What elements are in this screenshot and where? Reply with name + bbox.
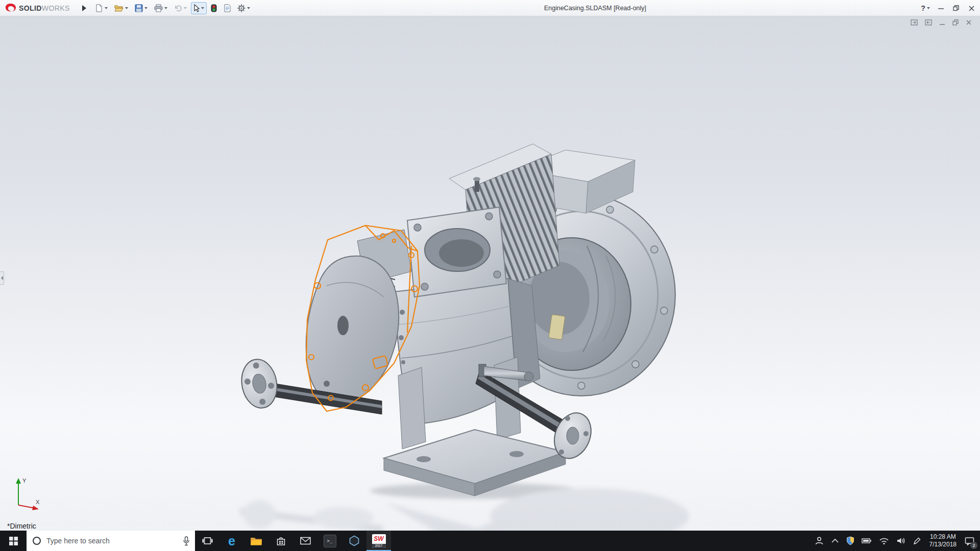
graphics-area[interactable]: Y X *Dimetric <box>0 16 980 531</box>
menu-flyout-arrow[interactable] <box>82 5 86 11</box>
solidworks-swirl-icon <box>4 3 17 14</box>
options-button[interactable] <box>235 2 253 14</box>
dropdown-caret-icon[interactable] <box>201 7 204 9</box>
action-center-button[interactable]: 2 <box>961 531 978 551</box>
hidden-icons-button[interactable] <box>827 531 843 551</box>
doc-minimize-button[interactable] <box>939 19 945 26</box>
speaker-icon <box>896 537 905 545</box>
new-window-button[interactable] <box>911 19 918 26</box>
file-properties-button[interactable] <box>221 2 233 14</box>
rebuild-traffic-light-icon <box>211 4 217 12</box>
window-controls: ? <box>918 0 979 16</box>
task-view-button[interactable] <box>195 531 219 551</box>
pen-icon <box>913 537 921 545</box>
doc-close-button[interactable] <box>966 19 972 26</box>
taskbar-item-solidworks[interactable]: SW 2017 <box>366 531 391 551</box>
solidworks-logo: SOLIDWORKS <box>0 3 73 14</box>
brand-solid: SOLID <box>19 4 42 12</box>
solidworks-letters: SW <box>372 534 386 544</box>
new-document-icon <box>95 4 103 12</box>
clock-time: 10:28 AM <box>929 533 957 541</box>
battery-icon <box>862 537 872 545</box>
select-button[interactable] <box>191 2 207 14</box>
taskbar-item-hexagon-app[interactable] <box>342 531 366 551</box>
close-icon <box>969 6 974 11</box>
network-button[interactable] <box>875 531 893 551</box>
feature-manager-collapse-handle[interactable] <box>0 271 4 285</box>
close-button[interactable] <box>964 1 979 16</box>
solidworks-year: 2017 <box>372 544 386 548</box>
print-button[interactable] <box>152 2 170 14</box>
taskbar-item-mail[interactable] <box>293 531 317 551</box>
pen-button[interactable] <box>909 531 925 551</box>
brand-works: WORKS <box>42 4 70 12</box>
taskbar-clock[interactable]: 10:28 AM 7/13/2018 <box>925 533 961 548</box>
dropdown-caret-icon[interactable] <box>247 7 250 9</box>
store-icon <box>276 536 286 546</box>
edge-icon: e <box>228 535 235 547</box>
dropdown-caret-icon[interactable] <box>164 7 167 9</box>
cortana-icon <box>32 536 42 546</box>
doc-minimize-icon <box>939 19 945 26</box>
new-document-button[interactable] <box>92 2 110 14</box>
help-button[interactable]: ? <box>918 1 933 16</box>
help-glyph: ? <box>921 4 925 12</box>
battery-button[interactable] <box>858 531 875 551</box>
solidworks-app-icon: SW 2017 <box>372 534 386 548</box>
engine-casing-model <box>0 16 980 531</box>
taskbar-item-store[interactable] <box>268 531 293 551</box>
file-properties-icon <box>224 4 231 12</box>
search-input[interactable] <box>46 537 178 545</box>
quick-access-toolbar <box>92 2 253 14</box>
cascade-window-button[interactable] <box>925 19 932 26</box>
select-cursor-icon <box>193 4 200 12</box>
save-button[interactable] <box>132 2 150 14</box>
defender-button[interactable] <box>843 531 858 551</box>
undo-button[interactable] <box>172 2 189 14</box>
taskbar-item-edge[interactable]: e <box>219 531 244 551</box>
people-icon <box>815 536 824 545</box>
taskbar-app-icons: e >_ SW 2017 <box>195 531 391 551</box>
view-orientation-label: *Dimetric <box>7 522 36 530</box>
windows-taskbar: e >_ SW 2017 <box>0 531 980 551</box>
title-bar: SOLIDWORKS <box>0 0 980 16</box>
open-document-button[interactable] <box>112 2 131 14</box>
brand-text: SOLIDWORKS <box>19 4 70 12</box>
maximize-button[interactable] <box>948 1 964 16</box>
minimize-button[interactable] <box>933 1 948 16</box>
timing-cover <box>306 230 411 404</box>
file-explorer-icon <box>250 536 262 546</box>
dropdown-caret-icon[interactable] <box>105 7 108 9</box>
clock-date: 7/13/2018 <box>929 541 957 548</box>
doc-close-icon <box>966 19 972 26</box>
wifi-icon <box>879 537 889 545</box>
dropdown-caret-icon[interactable] <box>184 7 187 9</box>
doc-restore-button[interactable] <box>952 19 959 26</box>
minimize-icon <box>938 6 944 11</box>
windows-logo-icon <box>9 537 18 545</box>
mail-icon <box>300 537 311 545</box>
collapse-arrow-icon <box>1 276 3 280</box>
microphone-icon[interactable] <box>183 536 190 546</box>
command-prompt-icon: >_ <box>324 535 336 547</box>
undo-icon <box>174 4 182 12</box>
document-window-controls <box>911 19 972 26</box>
rebuild-button[interactable] <box>208 2 219 14</box>
chevron-up-icon <box>831 538 839 544</box>
orientation-triad: Y X <box>10 475 47 512</box>
taskbar-search-box[interactable] <box>27 531 195 551</box>
doc-restore-icon <box>952 19 959 26</box>
taskbar-item-command-prompt[interactable]: >_ <box>317 531 342 551</box>
dropdown-caret-icon[interactable] <box>927 7 930 9</box>
dropdown-caret-icon[interactable] <box>125 7 128 9</box>
triad-y-label: Y <box>22 478 27 484</box>
open-document-icon <box>114 4 124 12</box>
task-view-icon <box>202 536 213 545</box>
volume-button[interactable] <box>893 531 909 551</box>
start-button[interactable] <box>0 531 27 551</box>
dropdown-caret-icon[interactable] <box>144 7 148 9</box>
hexagon-app-icon <box>349 535 360 546</box>
taskbar-item-file-explorer[interactable] <box>244 531 268 551</box>
system-tray: 10:28 AM 7/13/2018 2 <box>811 531 980 551</box>
people-button[interactable] <box>811 531 827 551</box>
